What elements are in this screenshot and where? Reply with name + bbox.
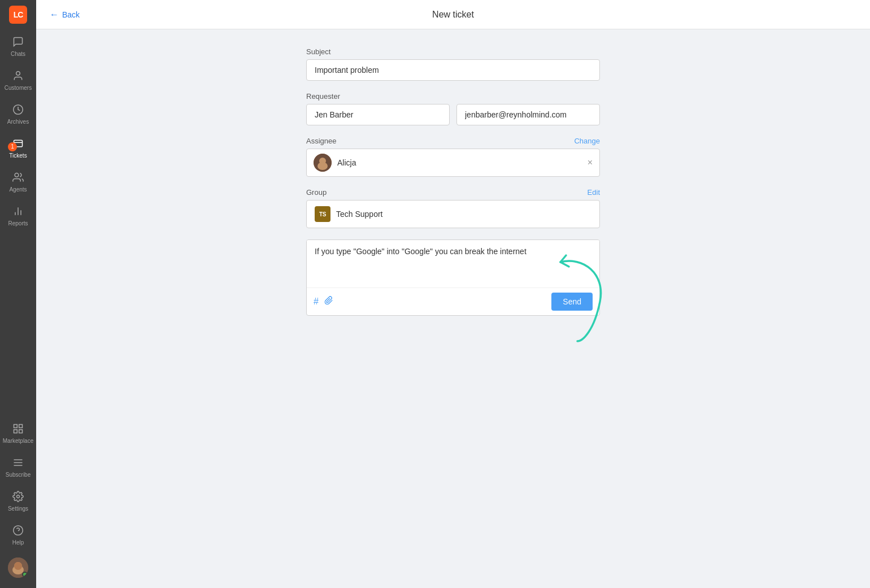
message-textarea[interactable] — [307, 240, 599, 285]
assignee-header: Assignee Change — [306, 137, 600, 145]
group-name: Tech Support — [336, 210, 383, 219]
svg-rect-8 — [14, 424, 18, 428]
customers-label: Customers — [5, 85, 32, 91]
svg-point-24 — [317, 162, 328, 170]
assignee-section: Assignee Change Alicja — [306, 137, 600, 177]
agents-label: Agents — [9, 186, 27, 193]
change-assignee-button[interactable]: Change — [574, 137, 600, 145]
marketplace-icon — [12, 423, 24, 436]
tickets-label: Tickets — [9, 153, 27, 159]
message-section: # Send — [306, 239, 600, 316]
main-area: ← Back New ticket Subject Requester — [36, 0, 870, 588]
page-header: ← Back New ticket — [36, 0, 870, 29]
page-title: New ticket — [432, 10, 474, 20]
subject-input[interactable] — [306, 59, 600, 81]
reports-label: Reports — [8, 220, 28, 227]
sidebar-bottom: Marketplace Subscribe Settings — [0, 416, 36, 588]
online-status-dot — [22, 572, 28, 577]
send-button[interactable]: Send — [551, 293, 593, 311]
back-label: Back — [62, 10, 80, 19]
svg-point-15 — [17, 495, 20, 498]
group-header: Group Edit — [306, 188, 600, 197]
requester-row — [306, 104, 600, 125]
archives-icon — [12, 104, 24, 117]
marketplace-label: Marketplace — [3, 438, 33, 444]
group-label: Group — [306, 188, 327, 197]
sidebar-nav: Chats Customers Archives — [0, 29, 36, 416]
edit-group-button[interactable]: Edit — [588, 188, 600, 197]
subject-section: Subject — [306, 47, 600, 81]
reports-icon — [12, 206, 24, 219]
user-avatar[interactable] — [0, 552, 36, 583]
svg-point-16 — [14, 525, 23, 535]
sidebar-item-settings[interactable]: Settings — [0, 484, 36, 518]
subscribe-icon — [12, 457, 24, 470]
avatar-image — [8, 557, 28, 578]
subject-label: Subject — [306, 47, 600, 56]
svg-rect-9 — [19, 424, 23, 428]
sidebar-item-help[interactable]: Help — [0, 518, 36, 552]
logo-box: LC — [9, 6, 27, 24]
requester-section: Requester — [306, 92, 600, 125]
sidebar-item-marketplace[interactable]: Marketplace — [0, 416, 36, 450]
help-label: Help — [12, 539, 24, 546]
sidebar-item-archives[interactable]: Archives — [0, 97, 36, 131]
attachment-icon[interactable] — [324, 296, 333, 307]
agents-icon — [12, 172, 24, 185]
svg-point-0 — [16, 71, 20, 75]
help-icon — [12, 525, 24, 538]
chats-label: Chats — [11, 51, 25, 57]
chats-icon — [12, 36, 24, 49]
group-section: Group Edit TS Tech Support — [306, 188, 600, 228]
assignee-avatar — [314, 154, 332, 172]
svg-rect-11 — [19, 429, 23, 433]
sidebar-item-tickets[interactable]: 1 Tickets — [0, 131, 36, 165]
archives-label: Archives — [7, 119, 29, 125]
requester-label: Requester — [306, 92, 600, 101]
assignee-label: Assignee — [306, 137, 336, 145]
sidebar-item-chats[interactable]: Chats — [0, 29, 36, 63]
customers-icon — [12, 70, 24, 83]
new-ticket-form: Subject Requester Assignee Change — [306, 47, 600, 570]
svg-point-4 — [15, 173, 19, 177]
svg-rect-10 — [14, 429, 18, 433]
sidebar-item-agents[interactable]: Agents — [0, 165, 36, 199]
assignee-info: Alicja — [314, 154, 356, 172]
group-icon: TS — [315, 206, 330, 222]
tickets-badge: 1 — [8, 142, 17, 151]
sidebar: LC Chats Customers — [0, 0, 36, 588]
requester-name-input[interactable] — [306, 104, 450, 125]
assignee-name: Alicja — [337, 158, 356, 167]
back-button[interactable]: ← Back — [50, 10, 80, 20]
back-arrow-icon: ← — [50, 10, 59, 20]
settings-label: Settings — [8, 506, 28, 512]
subscribe-label: Subscribe — [6, 472, 31, 478]
app-logo[interactable]: LC — [0, 0, 36, 29]
message-box: # Send — [306, 239, 600, 316]
sidebar-item-customers[interactable]: Customers — [0, 63, 36, 97]
remove-assignee-button[interactable]: × — [588, 158, 593, 167]
hashtag-icon[interactable]: # — [314, 297, 319, 307]
assignee-box: Alicja × — [306, 149, 600, 177]
tickets-icon: 1 — [12, 138, 24, 151]
requester-email-input[interactable] — [456, 104, 600, 125]
message-footer: # Send — [307, 288, 599, 315]
sidebar-item-subscribe[interactable]: Subscribe — [0, 450, 36, 484]
message-tools: # — [314, 296, 333, 307]
settings-icon — [12, 491, 24, 504]
svg-point-21 — [14, 562, 22, 570]
group-box: TS Tech Support — [306, 200, 600, 228]
content-area: Subject Requester Assignee Change — [36, 29, 870, 588]
sidebar-item-reports[interactable]: Reports — [0, 199, 36, 233]
